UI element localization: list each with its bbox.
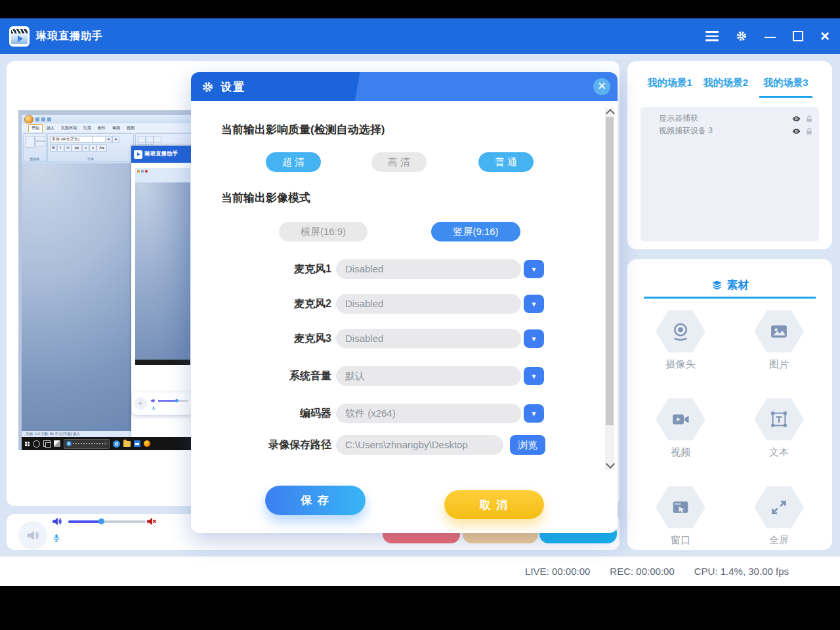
taskbar-search-box: e⌕ — [64, 439, 110, 449]
save-button[interactable]: 保 存 — [265, 486, 366, 515]
store-icon — [134, 440, 140, 447]
lock-icon[interactable] — [805, 127, 813, 135]
titlebar: 琳琅直播助手 × — [0, 18, 840, 54]
quality-normal-button[interactable]: 普 通 — [478, 152, 534, 172]
office-orb-icon — [24, 115, 33, 124]
material-video[interactable]: 视频 — [656, 398, 705, 459]
mic2-select[interactable]: Disabled — [336, 294, 521, 314]
quality-hd-button[interactable]: 高 清 — [371, 152, 427, 172]
captured-taskbar: e⌕ e — [22, 437, 193, 450]
mic1-row: 麦克风1 Disabled ▼ — [221, 259, 591, 279]
live-time: LIVE: 00:00:00 — [525, 566, 590, 577]
visibility-eye-icon[interactable] — [791, 127, 801, 135]
taskview-icon — [43, 440, 51, 447]
mic3-row: 麦克风3 Disabled ▼ — [221, 329, 591, 348]
captured-app-logo-icon — [134, 150, 142, 159]
source-row-display-capture[interactable]: 显示器捕获 — [640, 112, 819, 125]
materials-title: 素材 — [727, 278, 749, 293]
encoder-dropdown-icon[interactable]: ▼ — [524, 404, 544, 423]
system-volume-row: 系统音量 默认 ▼ — [221, 366, 591, 386]
visibility-eye-icon[interactable] — [791, 115, 801, 123]
mic3-select[interactable]: Disabled — [336, 329, 521, 348]
layers-icon — [711, 279, 723, 291]
volume-slider-thumb[interactable] — [98, 518, 104, 524]
settings-gear-icon[interactable] — [736, 30, 747, 42]
materials-header: 素材 — [627, 278, 832, 293]
word-ribbon-tabs: 开始 插入 页面布局 引用 邮件 审阅 视图 — [22, 123, 193, 132]
source-row-video-device[interactable]: 视频捕获设备 3 — [640, 125, 819, 137]
mic1-select[interactable]: Disabled — [336, 259, 521, 279]
word-tab: 审阅 — [110, 125, 123, 132]
screen-capture-preview[interactable]: 开始 插入 页面布局 引用 邮件 审阅 视图 剪贴板 宋体 (中文正文) — [18, 110, 193, 450]
dialog-header: 设置 ✕ — [191, 72, 618, 101]
cpu-fps: CPU: 1.4%, 30.00 fps — [694, 566, 789, 577]
mode-landscape-button[interactable]: 横屏(16:9) — [279, 222, 368, 242]
mic2-dropdown-icon[interactable]: ▼ — [524, 295, 544, 313]
material-webcam[interactable]: 摄像头 — [656, 310, 705, 371]
material-fullscreen[interactable]: 全屏 — [754, 486, 804, 547]
tab-scene-2[interactable]: 我的场景2 — [704, 77, 748, 98]
speaker-icon[interactable] — [51, 516, 62, 527]
dialog-gear-icon — [201, 81, 214, 93]
word-tab: 开始 — [28, 124, 43, 132]
maximize-button[interactable] — [793, 31, 803, 41]
app-window: 琳琅直播助手 × 开始 插入 — [0, 0, 840, 630]
tab-scene-1[interactable]: 我的场景1 — [647, 77, 692, 98]
cancel-button[interactable]: 取 消 — [444, 490, 544, 519]
mic3-dropdown-icon[interactable]: ▼ — [524, 329, 544, 348]
dialog-scrollbar[interactable] — [605, 108, 614, 470]
save-path-input[interactable]: C:\Users\zhnangby\Desktop — [336, 435, 503, 455]
settings-dialog: 设置 ✕ 当前输出影响质量(检测自动选择) 超 清 高 清 普 通 当前输出影像… — [191, 72, 618, 533]
system-volume-dropdown-icon[interactable]: ▼ — [524, 367, 544, 385]
fullscreen-icon — [754, 486, 804, 528]
encoder-select[interactable]: 软件 (x264) — [336, 404, 521, 423]
dialog-close-icon[interactable]: ✕ — [593, 78, 610, 95]
status-bar: LIVE: 00:00:00 REC: 00:00:00 CPU: 1.4%, … — [0, 556, 840, 586]
start-icon — [25, 442, 30, 446]
material-image[interactable]: 图片 — [754, 310, 804, 371]
volume-slider[interactable] — [68, 520, 146, 523]
scrollbar-thumb[interactable] — [606, 117, 614, 425]
materials-underline — [644, 297, 816, 299]
menu-icon[interactable] — [705, 31, 719, 41]
window-icon — [656, 486, 705, 528]
word-tab: 视图 — [124, 125, 137, 132]
browse-button[interactable]: 浏览 — [510, 435, 545, 455]
material-window[interactable]: 窗口 — [656, 486, 705, 547]
edge-icon: e — [113, 440, 120, 448]
scene-tabs: 我的场景1 我的场景2 我的场景3 — [627, 77, 832, 98]
mic1-dropdown-icon[interactable]: ▼ — [524, 260, 544, 278]
microphone-icon[interactable] — [52, 532, 61, 545]
rec-time: REC: 00:00:00 — [610, 566, 674, 577]
master-volume-button[interactable] — [18, 521, 47, 550]
tab-scene-3[interactable]: 我的场景3 — [759, 77, 812, 98]
quality-section-title: 当前输出影响质量(检测自动选择) — [221, 122, 385, 137]
video-icon — [656, 398, 705, 440]
lock-icon[interactable] — [805, 115, 813, 123]
muted-speaker-icon[interactable] — [146, 516, 157, 527]
mode-portrait-button[interactable]: 竖屏(9:16) — [431, 222, 520, 242]
webcam-icon — [656, 310, 705, 352]
materials-panel: 素材 摄像头 图片 视频 — [627, 259, 832, 550]
scroll-down-icon[interactable] — [606, 459, 615, 469]
text-icon — [754, 398, 804, 440]
quality-ultra-button[interactable]: 超 清 — [266, 152, 321, 172]
quality-options-row: 超 清 高 清 普 通 — [221, 152, 591, 172]
word-tab: 引用 — [81, 125, 94, 132]
explorer-icon — [123, 441, 131, 447]
word-font-box: 宋体 (中文正文) — [50, 136, 94, 143]
captured-app-window: 琳琅直播助手 — [131, 146, 193, 437]
close-button[interactable]: × — [820, 30, 830, 43]
material-text[interactable]: 文本 — [754, 398, 804, 459]
word-tab: 插入 — [44, 125, 57, 132]
minimize-button[interactable] — [765, 34, 776, 39]
word-tab: 邮件 — [95, 125, 108, 132]
encoder-row: 编码器 软件 (x264) ▼ — [221, 404, 591, 423]
materials-grid: 摄像头 图片 视频 文本 — [631, 310, 828, 547]
save-path-row: 录像保存路径 C:\Users\zhnangby\Desktop 浏览 — [221, 435, 591, 455]
captured-app-titlebar: 琳琅直播助手 — [131, 146, 193, 163]
nested-capture — [135, 168, 190, 365]
mic2-row: 麦克风2 Disabled ▼ — [221, 294, 591, 314]
mode-section-title: 当前输出影像模式 — [221, 190, 310, 205]
system-volume-select[interactable]: 默认 — [336, 366, 521, 386]
